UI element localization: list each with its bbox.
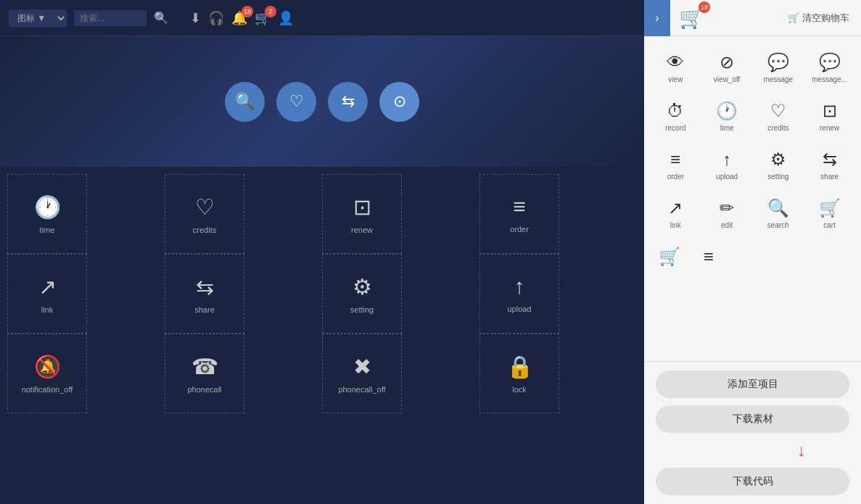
cart-toggle-button[interactable]: › bbox=[644, 0, 670, 36]
share-icon: ⇆ bbox=[823, 149, 837, 170]
icon-label: phonecall bbox=[187, 385, 221, 394]
icon-name-label: time bbox=[720, 124, 734, 132]
icon-name-label: view bbox=[668, 75, 683, 83]
bottom-buttons: 添加至项目 下载素材 ↓ 下载代码 bbox=[644, 361, 861, 504]
list-item[interactable]: 🕐 time bbox=[701, 95, 753, 138]
search-input[interactable] bbox=[74, 10, 147, 26]
extra-icons-row: 🛒 ≡ bbox=[644, 238, 861, 276]
cart-small-icon: 🛒 bbox=[788, 12, 799, 23]
view-off-icon: ⊘ bbox=[720, 52, 734, 73]
renew-icon: ⊡ bbox=[353, 194, 371, 220]
icon-label: setting bbox=[350, 305, 374, 314]
icon-name-label: order bbox=[667, 173, 684, 181]
headphones-icon[interactable]: 🎧 bbox=[208, 10, 224, 26]
message-alt-icon: 💬 bbox=[819, 52, 841, 73]
icon-label: notification_off bbox=[22, 385, 73, 394]
icon-name-label: upload bbox=[716, 173, 738, 181]
list-item[interactable]: ✖ phonecall_off bbox=[322, 334, 402, 413]
link-icon: ↗ bbox=[38, 274, 57, 299]
icon-label: renew bbox=[351, 226, 373, 234]
upload-icon: ↑ bbox=[514, 274, 525, 299]
cart-count-badge: 18 bbox=[699, 1, 710, 13]
icon-name-label: view_off bbox=[714, 75, 741, 83]
list-item[interactable]: ♡ credits bbox=[165, 174, 244, 254]
order-icon: ≡ bbox=[670, 149, 680, 170]
list-item[interactable]: ⚙ setting bbox=[322, 254, 402, 334]
banner-area: 🔍 ♡ ⇆ ⊙ bbox=[0, 36, 644, 167]
list-item[interactable]: 🔕 notification_off bbox=[7, 334, 87, 413]
icon-name-label: renew bbox=[820, 124, 839, 132]
icon-row: ↗ link ✏ edit 🔍 search 🛒 cart bbox=[644, 189, 861, 238]
icon-name-label: share bbox=[820, 173, 839, 181]
icon-label: phonecall_off bbox=[338, 385, 385, 394]
icon-list: 👁 view ⊘ view_off 💬 message 💬 message...… bbox=[644, 36, 861, 361]
credits-icon: ♡ bbox=[770, 101, 786, 121]
list-item[interactable]: ☎ phonecall bbox=[165, 334, 244, 413]
message-icon: 💬 bbox=[767, 52, 789, 73]
list-item[interactable]: 💬 message... bbox=[804, 46, 855, 89]
arrow-indicator: ↓ bbox=[656, 440, 849, 460]
cart-header: › 🛒 18 🛒 清空购物车 bbox=[644, 0, 861, 36]
setting-icon: ⚙ bbox=[770, 149, 786, 170]
icon-name-label: search bbox=[767, 221, 789, 229]
list-item[interactable]: 🔍 search bbox=[753, 192, 804, 235]
list-item[interactable]: ↗ link bbox=[650, 192, 701, 235]
download-icon[interactable]: ⬇ bbox=[190, 10, 201, 26]
notifications-wrap: 🔔 18 bbox=[231, 10, 247, 26]
download-material-button[interactable]: 下载素材 bbox=[656, 405, 849, 433]
list-item[interactable]: 🛒 bbox=[650, 241, 689, 273]
icon-label: upload bbox=[507, 305, 531, 313]
list-item[interactable]: ♡ credits bbox=[753, 95, 804, 138]
list-item[interactable]: ⊡ renew bbox=[322, 174, 402, 254]
list-item[interactable]: ⏱ record bbox=[650, 95, 701, 138]
search-icon[interactable]: 🔍 bbox=[154, 11, 168, 25]
list-item[interactable]: ⚙ setting bbox=[753, 144, 804, 186]
icon-name-label: edit bbox=[721, 221, 733, 229]
list-item[interactable]: ≡ order bbox=[650, 144, 701, 186]
icon-name-label: setting bbox=[767, 173, 788, 181]
download-code-button[interactable]: 下载代码 bbox=[656, 468, 849, 495]
cart-extra-icon: 🛒 bbox=[659, 247, 680, 267]
notification-off-icon: 🔕 bbox=[34, 354, 61, 379]
main-area: 图标 ▼ 🔍 ⬇ 🎧 🔔 18 🛒 2 👤 🔍 ♡ ⇆ ⊙ 🕐 time bbox=[0, 0, 644, 504]
list-item[interactable]: ↑ upload bbox=[701, 144, 753, 186]
category-select[interactable]: 图标 ▼ bbox=[9, 9, 67, 27]
list-item[interactable]: ↗ link bbox=[7, 254, 87, 334]
order-icon: ≡ bbox=[513, 194, 526, 219]
clear-cart-button[interactable]: 🛒 清空购物车 bbox=[788, 12, 849, 25]
icon-grid: 🕐 time ♡ credits ⊡ renew ≡ order ↗ link … bbox=[0, 167, 644, 421]
renew-icon: ⊡ bbox=[823, 101, 837, 121]
icon-name-label: link bbox=[670, 221, 681, 229]
list-item[interactable]: 💬 message bbox=[753, 46, 804, 89]
list-item[interactable]: ≡ order bbox=[479, 174, 559, 254]
time-icon: 🕐 bbox=[34, 194, 61, 220]
list-item[interactable]: ≡ bbox=[695, 241, 722, 273]
list-item[interactable]: ⊡ renew bbox=[804, 95, 855, 138]
list-item[interactable]: ↑ upload bbox=[479, 254, 559, 334]
icon-row: ≡ order ↑ upload ⚙ setting ⇆ share bbox=[644, 141, 861, 189]
icon-name-label: record bbox=[665, 124, 685, 132]
icon-name-label: cart bbox=[823, 221, 836, 229]
list-item[interactable]: 🔒 lock bbox=[479, 334, 559, 413]
list-item[interactable]: ✏ edit bbox=[701, 192, 753, 235]
user-icon[interactable]: 👤 bbox=[278, 10, 294, 26]
icon-label: credits bbox=[193, 226, 216, 234]
list-item[interactable]: 🕐 time bbox=[7, 174, 87, 254]
icon-name-label: message bbox=[764, 75, 794, 83]
share-banner-btn[interactable]: ⇆ bbox=[328, 82, 368, 122]
credits-icon: ♡ bbox=[195, 194, 215, 220]
list-item[interactable]: ⇆ share bbox=[804, 144, 855, 186]
list-item[interactable]: 🛒 cart bbox=[804, 192, 855, 235]
edit-icon: ✏ bbox=[720, 198, 734, 218]
search-banner-btn[interactable]: 🔍 bbox=[225, 82, 265, 122]
list-item[interactable]: ⊘ view_off bbox=[701, 46, 753, 89]
add-to-project-button[interactable]: 添加至项目 bbox=[656, 371, 849, 398]
favorite-banner-btn[interactable]: ♡ bbox=[276, 82, 316, 122]
time-icon: 🕐 bbox=[716, 101, 738, 121]
view-banner-btn[interactable]: ⊙ bbox=[379, 82, 419, 122]
share-icon: ⇆ bbox=[196, 274, 214, 299]
list-item[interactable]: ⇆ share bbox=[165, 254, 244, 334]
upload-icon: ↑ bbox=[722, 149, 731, 170]
list-item[interactable]: 👁 view bbox=[650, 46, 701, 89]
banner-buttons: 🔍 ♡ ⇆ ⊙ bbox=[225, 82, 419, 122]
